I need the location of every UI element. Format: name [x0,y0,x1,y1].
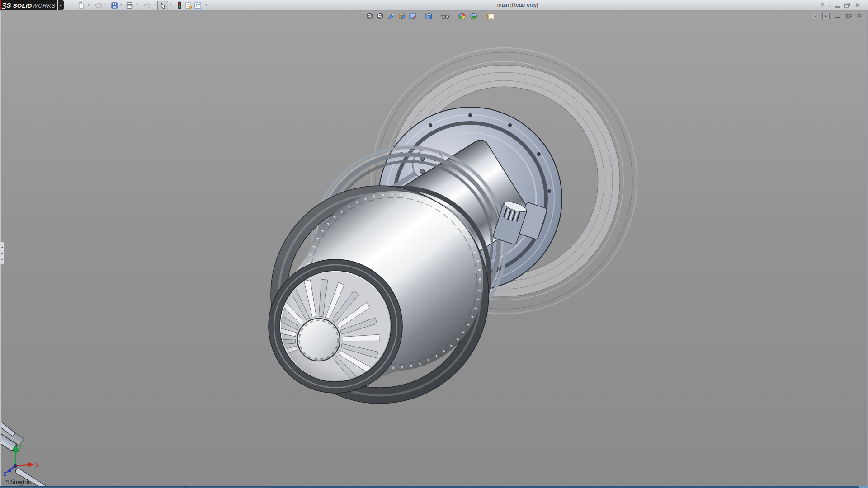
brand-solid: SOLID [13,2,32,9]
zoom-to-area-button[interactable] [376,12,384,20]
doc-minimize-button[interactable] [834,12,841,19]
engine-3d-model [0,10,868,488]
display-style-icon [409,13,416,20]
traffic-light-icon [177,1,182,9]
view-orientation-button[interactable] [397,12,406,20]
undo-dropdown-caret[interactable]: ▼ [153,4,156,6]
new-document-button[interactable] [76,1,85,9]
graphics-viewport[interactable]: ◄ ► ✕ ◂ ◂ ◂ [0,10,868,488]
previous-pane-button[interactable]: ◄ [812,12,819,19]
section-view-icon [387,13,395,20]
help-button[interactable]: ? [818,0,826,10]
print-icon [126,2,133,9]
select-cursor-icon [160,2,166,9]
open-icon [95,2,103,9]
zoom-to-area-icon [377,13,384,20]
open-dropdown-caret[interactable]: ▼ [104,4,107,6]
options-icon [194,2,202,9]
nozzle-hub [297,319,340,361]
open-button[interactable] [94,1,103,9]
menu-expand-tab[interactable]: ▸ [58,0,64,10]
file-properties-button[interactable] [184,1,193,9]
logo-mark: ƷS [2,1,11,9]
z-axis-arrow [6,469,11,473]
y-axis-arrow [13,445,19,451]
save-button[interactable] [110,1,119,9]
file-properties-icon [185,2,193,9]
doc-close-button[interactable]: ✕ [856,12,863,19]
undo-button[interactable] [142,1,151,9]
new-document-icon [77,2,85,9]
y-axis-label: Y [19,444,23,450]
section-view-button[interactable] [387,12,395,20]
display-style-button[interactable] [408,12,416,20]
brand-works: WORKS [32,2,56,9]
minimize-button[interactable] [832,0,842,10]
logo-red-strip [0,0,1,10]
x-axis-arrow [28,462,34,467]
z-axis-label: Z [4,472,6,476]
zoom-to-fit-button[interactable] [366,12,374,20]
feature-panel-splitter-tab[interactable]: ◂ ◂ ◂ [0,242,5,264]
reference-triad: Y X Z [3,442,43,476]
doc-restore-icon [846,14,852,18]
windows-taskbar[interactable] [0,486,868,488]
view-cube-button[interactable] [425,12,433,20]
select-tool-button[interactable] [157,1,168,10]
save-dropdown-caret[interactable]: ▼ [119,4,123,6]
help-dropdown-caret[interactable]: ▼ [826,0,832,10]
print-dropdown-caret[interactable]: ▼ [135,4,139,6]
x-axis-label: X [36,463,39,468]
title-bar: ƷSSOLIDWORKS ▸ ▼ ▼ ▼ ▼ ▼ ▼ ▼ main [Read-… [0,0,868,11]
edit-appearance-icon [458,13,466,20]
zoom-to-fit-icon [366,13,373,20]
print-button[interactable] [125,1,134,9]
select-dropdown-caret[interactable]: ▼ [169,4,172,6]
view-orientation-icon [398,13,406,20]
save-icon [111,2,118,9]
view-cube-icon [425,13,433,20]
view-orientation-label: *Dimetric [5,479,31,486]
options-button[interactable] [193,1,202,9]
document-title: main [Read-only] [470,0,565,10]
solidworks-logo: ƷSSOLIDWORKS [0,0,57,10]
edit-appearance-button[interactable] [458,12,466,20]
view-settings-icon [487,13,495,20]
restore-icon [844,3,850,8]
new-dropdown-caret[interactable]: ▼ [87,4,90,6]
rebuild-button[interactable] [175,1,184,9]
undo-icon [143,2,151,9]
apply-scene-button[interactable] [470,12,478,20]
hide-show-items-icon [441,14,449,19]
next-pane-button[interactable]: ► [822,12,830,19]
restore-button[interactable] [842,0,853,10]
doc-restore-button[interactable] [845,12,853,19]
apply-scene-icon [470,13,477,20]
close-button[interactable]: ✕ [853,0,863,10]
view-settings-button[interactable] [486,12,495,20]
hide-show-items-button[interactable] [441,12,449,20]
options-dropdown-caret[interactable]: ▼ [204,4,208,6]
